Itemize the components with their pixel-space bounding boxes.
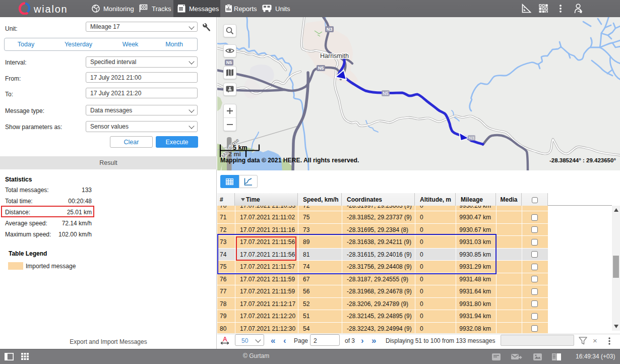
- svg-text:N5: N5: [383, 91, 389, 96]
- svg-text:N5: N5: [318, 66, 324, 71]
- svg-text:A: A: [223, 336, 227, 343]
- svg-text:-28.385244° : 29.423650°: -28.385244° : 29.423650°: [549, 157, 616, 163]
- svg-text:5 km: 5 km: [233, 144, 247, 151]
- svg-text:N5: N5: [226, 60, 232, 65]
- svg-text:Mapping data © 2021 HERE. All: Mapping data © 2021 HERE. All rights res…: [220, 157, 359, 164]
- svg-text:Harrismith: Harrismith: [320, 52, 349, 59]
- svg-text:N3: N3: [327, 27, 333, 32]
- svg-text:N3: N3: [469, 136, 474, 141]
